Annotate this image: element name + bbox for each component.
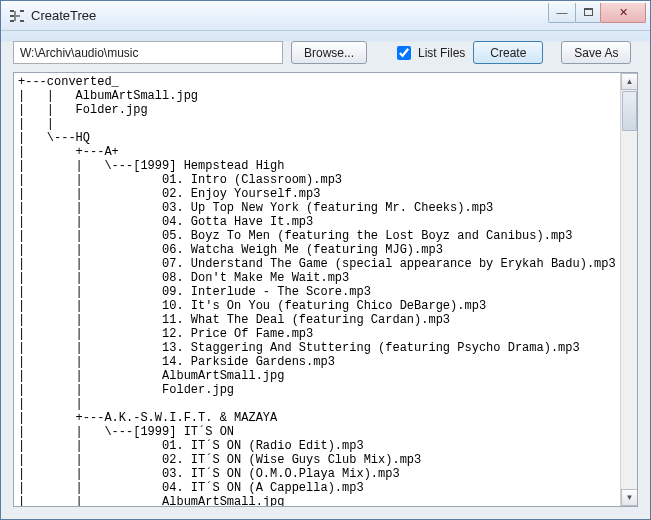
list-files-checkbox-input[interactable] (397, 46, 411, 60)
window-title: CreateTree (31, 8, 549, 23)
list-files-checkbox[interactable]: List Files (393, 43, 465, 63)
svg-rect-5 (20, 10, 24, 12)
chevron-up-icon: ▲ (626, 77, 634, 86)
close-button[interactable]: ✕ (600, 3, 646, 23)
svg-rect-6 (20, 20, 24, 22)
minimize-button[interactable]: — (548, 3, 576, 23)
close-icon: ✕ (619, 7, 628, 18)
path-input[interactable] (13, 41, 283, 64)
maximize-icon (584, 8, 593, 16)
svg-rect-3 (14, 11, 16, 21)
tree-text[interactable]: +---converted_ | | AlbumArtSmall.jpg | |… (14, 73, 637, 507)
create-button[interactable]: Create (473, 41, 543, 64)
scroll-down-button[interactable]: ▼ (621, 489, 638, 506)
chevron-down-icon: ▼ (626, 493, 634, 502)
browse-button[interactable]: Browse... (291, 41, 367, 64)
titlebar[interactable]: CreateTree — ✕ (1, 1, 650, 31)
vertical-scrollbar[interactable]: ▲ ▼ (620, 73, 637, 506)
scroll-thumb[interactable] (622, 91, 637, 131)
window-controls: — ✕ (549, 3, 646, 23)
app-window: CreateTree — ✕ Browse... List Files Crea… (0, 0, 651, 520)
svg-rect-4 (16, 15, 20, 17)
toolbar: Browse... List Files Create Save As (1, 31, 650, 72)
svg-rect-1 (10, 15, 14, 17)
list-files-label: List Files (418, 46, 465, 60)
save-as-button[interactable]: Save As (561, 41, 631, 64)
maximize-button[interactable] (575, 3, 601, 23)
svg-rect-2 (10, 20, 14, 22)
scroll-up-button[interactable]: ▲ (621, 73, 638, 90)
minimize-icon: — (557, 7, 568, 18)
app-icon (9, 8, 25, 24)
tree-output-area: +---converted_ | | AlbumArtSmall.jpg | |… (13, 72, 638, 507)
svg-rect-0 (10, 10, 14, 12)
